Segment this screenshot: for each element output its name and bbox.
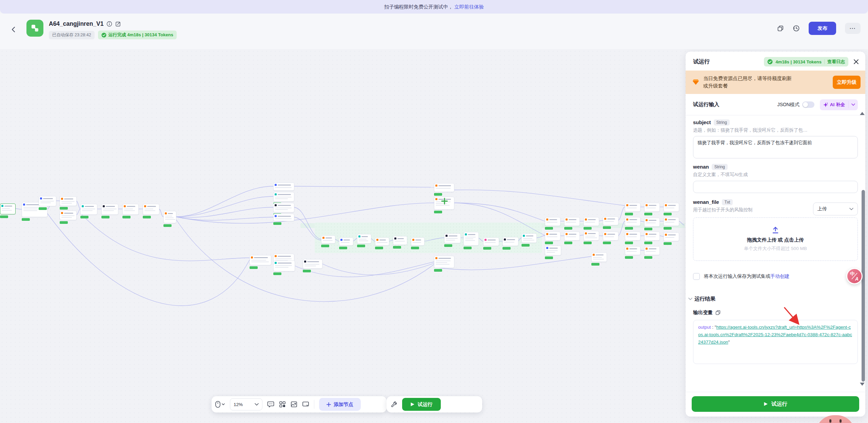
save-testset-checkbox[interactable] [693,273,700,280]
workflow-node[interactable] [0,204,16,218]
workflow-node[interactable] [393,236,407,249]
chevron-down-icon[interactable] [848,101,858,108]
workflow-node[interactable] [644,232,660,244]
teal-node-icon [275,262,277,264]
workflow-node[interactable] [80,204,97,218]
workflow-node[interactable] [339,237,353,249]
subject-input[interactable]: 猫挠了我手背，我没呵斥它，反而拆了包冻干递到它面前 [693,136,858,158]
workflow-node[interactable] [584,217,599,230]
output-chip [584,242,592,244]
check-circle-icon [767,59,773,64]
view-log-link[interactable]: 查看日志 [827,59,845,65]
workflow-node[interactable] [357,234,371,247]
json-mode-toggle[interactable] [802,101,814,108]
workflow-node[interactable] [545,232,560,244]
workflow-node[interactable] [664,217,679,230]
workflow-node[interactable] [664,232,679,245]
workflow-node[interactable] [143,204,159,218]
workflow-node[interactable] [463,232,479,249]
panel-footer: 试运行 [686,392,865,417]
workflow-node[interactable] [545,246,561,259]
back-button[interactable] [10,26,18,33]
output-chip [483,247,491,250]
workflow-node[interactable] [321,235,335,247]
duplicate-icon[interactable] [777,25,784,32]
workflow-node[interactable] [122,204,139,218]
workflow-node[interactable] [564,232,580,244]
scrollbar-thumb[interactable] [862,190,865,382]
ai-complete-button[interactable]: AI 补全 [820,99,858,110]
panel-run-button[interactable]: 试运行 [692,396,859,412]
workflow-node[interactable] [163,211,176,227]
workflow-node[interactable] [411,237,425,249]
history-icon[interactable] [793,25,800,32]
more-menu-button[interactable]: ··· [845,23,861,34]
output-chip [60,221,68,224]
workflow-node[interactable] [521,233,537,247]
file-dropzone[interactable]: 拖拽文件上传 或 点击上传 单个文件大小不得超过 500 MB [693,217,858,261]
workflow-node[interactable] [444,233,461,247]
workflow-node[interactable] [625,232,640,244]
workflow-node[interactable] [273,214,294,225]
workflow-node[interactable] [644,203,660,215]
publish-button[interactable]: 发布 [809,22,836,35]
output-key: output [698,325,711,330]
translate-badge[interactable]: 中A [846,268,863,284]
comment-icon[interactable] [267,401,274,408]
workflow-node[interactable] [434,256,454,272]
close-icon[interactable] [853,59,859,65]
workflow-node[interactable] [625,246,640,259]
preview-screen-icon[interactable] [302,401,309,408]
edit-icon[interactable] [115,21,121,27]
run-status-badge: 运行完成 4m18s | 30134 Tokens [98,31,177,39]
dark-node-icon [504,238,506,241]
orange-node-icon [275,255,277,257]
workflow-node[interactable] [502,237,518,250]
workflow-node[interactable] [644,218,660,230]
workflow-node[interactable] [591,252,607,266]
workflow-node[interactable] [273,182,294,191]
scroll-up-arrow[interactable] [860,112,865,115]
promo-link[interactable]: 立即前往体验 [454,4,484,10]
zoom-select[interactable]: 12% [230,398,262,410]
output-chip [502,247,511,250]
workflow-node[interactable] [60,211,77,224]
upgrade-button[interactable]: 立即升级 [833,76,861,89]
info-icon[interactable] [106,21,112,27]
workflow-node[interactable] [375,237,389,249]
wenan-input[interactable] [693,181,858,193]
workflow-node[interactable] [564,217,580,230]
workflow-node[interactable] [644,246,660,259]
workflow-node[interactable] [603,216,618,229]
add-node-button[interactable]: 添加节点 [319,398,361,411]
workflow-node[interactable] [60,196,77,210]
image-export-icon[interactable] [291,401,297,408]
workflow-node[interactable] [483,237,499,250]
workflow-node[interactable] [664,203,679,215]
test-run-button[interactable]: 试运行 [402,398,441,411]
workflow-node[interactable] [39,196,56,210]
workflow-node[interactable] [434,183,454,196]
workflow-node[interactable] [625,203,640,215]
blue-node-icon [23,204,25,206]
collapse-chevron-icon[interactable] [688,297,692,300]
orange-node-icon [626,204,628,206]
workflow-node[interactable] [101,204,118,218]
workflow-node[interactable] [625,217,640,230]
dark-node-icon [394,237,396,239]
copy-icon[interactable] [715,310,721,315]
output-chip [303,270,311,272]
scroll-down-arrow[interactable] [860,383,865,386]
workflow-node[interactable] [303,259,322,272]
wrench-icon[interactable] [391,401,397,408]
workflow-node[interactable] [273,261,295,275]
layout-grid-icon[interactable] [279,401,286,408]
workflow-node[interactable] [545,217,560,230]
workflow-node[interactable] [584,231,599,244]
workflow-node[interactable] [603,232,618,244]
pointer-mode-icon[interactable] [215,401,225,408]
manual-create-link[interactable]: 手动创建 [770,273,789,279]
output-link[interactable]: https://agent.ai-tools.cn/jyxzs?draft_ur… [698,325,852,345]
workflow-node[interactable] [250,255,271,269]
upload-mode-select[interactable]: 上传 [813,203,858,215]
